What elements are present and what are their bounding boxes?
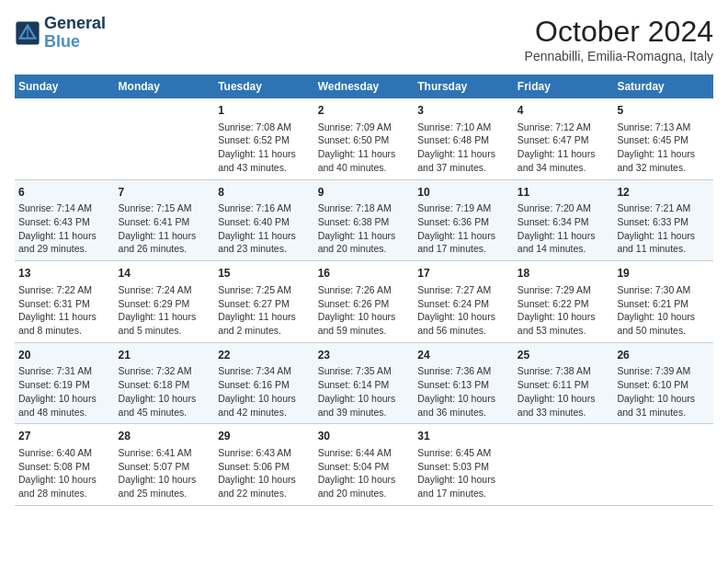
day-number: 16 [318,266,411,282]
day-number: 28 [119,429,211,444]
cell-info: Daylight: 11 hours and 14 minutes. [518,229,610,256]
cell-info: Daylight: 10 hours and 25 minutes. [119,473,211,500]
day-number: 23 [318,348,411,363]
cell-info: Sunset: 6:47 PM [518,133,610,147]
calendar-week-row: 1Sunrise: 7:08 AMSunset: 6:52 PMDaylight… [15,98,713,179]
day-number: 26 [617,348,710,363]
day-number: 11 [518,185,610,201]
cell-info: Sunset: 6:50 PM [318,133,411,147]
calendar-cell: 7Sunrise: 7:15 AMSunset: 6:41 PMDaylight… [115,179,215,261]
cell-info: Daylight: 10 hours and 48 minutes. [18,392,111,419]
day-number: 15 [218,266,311,282]
cell-info: Daylight: 10 hours and 22 minutes. [218,473,311,500]
calendar-cell: 31Sunrise: 6:45 AMSunset: 5:03 PMDayligh… [414,424,514,506]
weekday-header: Saturday [613,75,713,98]
calendar-cell: 6Sunrise: 7:14 AMSunset: 6:43 PMDaylight… [15,179,115,261]
cell-info: Sunrise: 7:39 AM [617,364,710,378]
calendar-cell: 19Sunrise: 7:30 AMSunset: 6:21 PMDayligh… [613,261,713,343]
day-number: 27 [18,429,111,444]
cell-info: Sunset: 6:27 PM [218,297,311,311]
cell-info: Daylight: 11 hours and 17 minutes. [417,229,510,256]
day-number: 17 [417,266,510,282]
calendar-cell: 20Sunrise: 7:31 AMSunset: 6:19 PMDayligh… [15,342,115,424]
day-number: 7 [119,185,211,201]
cell-info: Daylight: 10 hours and 33 minutes. [518,392,610,419]
cell-info: Daylight: 11 hours and 8 minutes. [18,310,111,337]
cell-info: Sunrise: 7:25 AM [218,283,311,297]
cell-info: Daylight: 10 hours and 39 minutes. [318,392,411,419]
calendar-cell: 1Sunrise: 7:08 AMSunset: 6:52 PMDaylight… [214,98,314,179]
calendar-cell: 27Sunrise: 6:40 AMSunset: 5:08 PMDayligh… [15,424,115,506]
cell-info: Sunset: 6:14 PM [318,378,411,392]
cell-info: Sunrise: 7:21 AM [617,201,710,215]
cell-info: Sunrise: 7:15 AM [119,201,211,215]
calendar-cell: 30Sunrise: 6:44 AMSunset: 5:04 PMDayligh… [314,424,415,506]
calendar-cell: 5Sunrise: 7:13 AMSunset: 6:45 PMDaylight… [613,98,713,179]
calendar-cell: 18Sunrise: 7:29 AMSunset: 6:22 PMDayligh… [514,261,614,343]
cell-info: Sunset: 6:18 PM [119,378,211,392]
cell-info: Sunrise: 7:20 AM [518,201,610,215]
cell-info: Sunset: 5:03 PM [417,460,510,474]
cell-info: Daylight: 11 hours and 43 minutes. [218,147,311,174]
page-header: General Blue October 2024 Pennabilli, Em… [15,15,713,63]
cell-info: Sunset: 6:16 PM [218,378,311,392]
calendar-cell: 3Sunrise: 7:10 AMSunset: 6:48 PMDaylight… [414,98,514,179]
weekday-header: Friday [514,75,614,98]
calendar-cell [15,98,115,179]
calendar-cell: 2Sunrise: 7:09 AMSunset: 6:50 PMDaylight… [314,98,415,179]
day-number: 5 [617,103,710,119]
day-number: 18 [518,266,610,282]
calendar-body: 1Sunrise: 7:08 AMSunset: 6:52 PMDaylight… [15,98,713,505]
title-block: October 2024 Pennabilli, Emilia-Romagna,… [525,15,713,63]
calendar-cell [115,98,215,179]
day-number: 31 [417,429,510,444]
day-number: 6 [18,185,111,201]
cell-info: Daylight: 10 hours and 20 minutes. [318,473,411,500]
logo: General Blue [15,15,106,52]
cell-info: Sunset: 5:07 PM [119,460,211,474]
cell-info: Sunrise: 7:10 AM [417,121,510,134]
day-number: 25 [518,348,610,363]
location: Pennabilli, Emilia-Romagna, Italy [525,49,713,63]
cell-info: Sunset: 6:38 PM [318,215,411,229]
cell-info: Sunrise: 6:44 AM [318,446,411,460]
cell-info: Sunrise: 7:22 AM [18,283,111,297]
cell-info: Sunset: 6:11 PM [518,378,610,392]
calendar-cell: 26Sunrise: 7:39 AMSunset: 6:10 PMDayligh… [613,342,713,424]
cell-info: Sunset: 6:24 PM [417,297,510,311]
calendar-cell: 16Sunrise: 7:26 AMSunset: 6:26 PMDayligh… [314,261,415,343]
cell-info: Sunset: 6:31 PM [18,297,111,311]
cell-info: Daylight: 10 hours and 31 minutes. [617,392,710,419]
cell-info: Sunrise: 7:36 AM [417,364,510,378]
cell-info: Daylight: 10 hours and 42 minutes. [218,392,311,419]
cell-info: Sunrise: 7:27 AM [417,283,510,297]
cell-info: Sunrise: 6:45 AM [417,446,510,460]
cell-info: Daylight: 10 hours and 59 minutes. [318,310,411,337]
calendar-cell [613,424,713,506]
cell-info: Sunset: 6:34 PM [518,215,610,229]
cell-info: Sunset: 6:43 PM [18,215,111,229]
calendar-cell: 8Sunrise: 7:16 AMSunset: 6:40 PMDaylight… [214,179,314,261]
calendar-cell [514,424,614,506]
cell-info: Daylight: 10 hours and 56 minutes. [417,310,510,337]
cell-info: Sunset: 6:45 PM [617,133,710,147]
cell-info: Sunrise: 7:08 AM [218,121,311,134]
calendar-cell: 11Sunrise: 7:20 AMSunset: 6:34 PMDayligh… [514,179,614,261]
cell-info: Daylight: 10 hours and 28 minutes. [18,473,111,500]
day-number: 29 [218,429,311,444]
cell-info: Daylight: 11 hours and 40 minutes. [318,147,411,174]
calendar-cell: 12Sunrise: 7:21 AMSunset: 6:33 PMDayligh… [613,179,713,261]
cell-info: Sunrise: 7:26 AM [318,283,411,297]
cell-info: Sunrise: 7:14 AM [18,201,111,215]
cell-info: Sunset: 6:13 PM [417,378,510,392]
cell-info: Daylight: 11 hours and 37 minutes. [417,147,510,174]
day-number: 21 [119,348,211,363]
cell-info: Sunset: 6:33 PM [617,215,710,229]
calendar-cell: 29Sunrise: 6:43 AMSunset: 5:06 PMDayligh… [214,424,314,506]
weekday-header: Sunday [15,75,115,98]
day-number: 3 [417,103,510,119]
day-number: 22 [218,348,311,363]
cell-info: Daylight: 11 hours and 23 minutes. [218,229,311,256]
cell-info: Sunset: 6:21 PM [617,297,710,311]
weekday-row: SundayMondayTuesdayWednesdayThursdayFrid… [15,75,713,98]
